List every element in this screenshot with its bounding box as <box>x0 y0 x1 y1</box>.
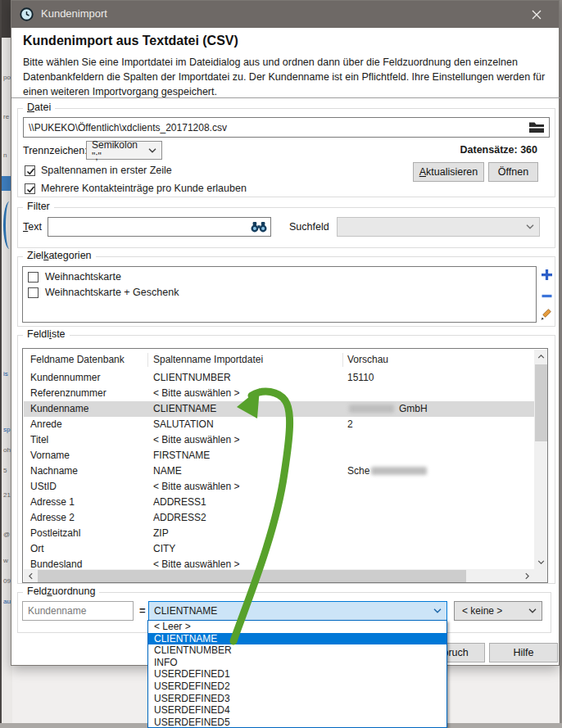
filter-text-label: Text <box>23 221 42 233</box>
column-header-spaltenname: Spaltenname Importdatei <box>153 350 263 369</box>
folder-icon[interactable] <box>528 121 545 133</box>
table-row[interactable]: UStID< Bitte auswählen > <box>24 479 534 495</box>
close-icon <box>532 10 542 20</box>
cell-vorschau: GmbH <box>347 401 428 417</box>
background-window-fragment: 21 <box>3 491 11 499</box>
kundenimport-dialog: Kundenimport Kundenimport aus Textdatei … <box>11 0 560 666</box>
dropdown-option[interactable]: USERDEFINED2 <box>148 681 446 693</box>
cell-spaltenname: < Bitte auswählen > <box>153 557 239 569</box>
column-separator <box>147 353 148 367</box>
category-item[interactable]: Weihnachtskarte <box>23 269 536 285</box>
column-header-vorschau: Vorschau <box>347 350 388 369</box>
checkbox-kontakte[interactable] <box>25 183 35 194</box>
cell-spaltenname: < Bitte auswählen > <box>153 386 239 401</box>
scroll-up-arrow[interactable] <box>534 350 548 364</box>
cell-vorschau: 2 <box>347 417 353 432</box>
table-header: Feldname Datenbank Spaltenname Importdat… <box>24 350 534 369</box>
hilfe-button[interactable]: Hilfe <box>489 643 558 662</box>
table-row[interactable]: PostleitzahlZIP <box>24 526 534 541</box>
cell-spaltenname: SALUTATION <box>153 417 214 432</box>
background-window-fragment: oh <box>3 446 11 454</box>
scroll-right-arrow[interactable] <box>520 569 534 583</box>
cell-feldname: Adresse 1 <box>30 495 75 510</box>
table-row[interactable]: Adresse 2ADDRESS2 <box>24 510 534 526</box>
trennzeichen-combobox[interactable]: Semikolon ";" <box>86 141 162 160</box>
category-checkbox[interactable] <box>28 272 39 283</box>
scrollbar-corner <box>534 569 548 583</box>
cell-vorschau: 15110 <box>347 370 374 386</box>
edit-category-icon[interactable] <box>540 309 552 321</box>
horizontal-scrollbar[interactable] <box>24 569 534 583</box>
background-window-fragment: 09 <box>3 577 11 585</box>
table-row[interactable]: Bundesland< Bitte auswählen > <box>24 557 534 569</box>
group-label-feldzuordnung: Feldzuordnung <box>23 586 99 597</box>
cell-spaltenname: ADDRESS2 <box>153 510 206 526</box>
dropdown-option[interactable]: INFO <box>148 657 446 669</box>
keine-combobox[interactable]: < keine > <box>454 601 542 621</box>
dropdown-option[interactable]: CLIENTNUMBER <box>148 644 446 657</box>
cell-feldname: Postleitzahl <box>30 526 80 541</box>
table-row[interactable]: AnredeSALUTATION2 <box>24 417 534 432</box>
table-row[interactable]: Adresse 1ADDRESS1 <box>24 495 534 510</box>
close-button[interactable] <box>524 7 549 23</box>
vertical-scroll-thumb[interactable] <box>535 364 547 441</box>
horizontal-scroll-thumb[interactable] <box>38 570 466 582</box>
file-path-input[interactable] <box>23 117 550 138</box>
category-checkbox[interactable] <box>28 287 39 298</box>
titlebar[interactable]: Kundenimport <box>11 1 559 28</box>
datensaetze-count: Datensätze: 360 <box>460 144 538 156</box>
suchfeld-combobox[interactable] <box>337 217 540 237</box>
cell-feldname: Referenznummer <box>30 386 107 401</box>
mapping-field-name: Kundenname <box>22 601 134 621</box>
chevron-down-icon <box>148 148 156 153</box>
clock-icon <box>20 7 34 21</box>
cell-feldname: Ort <box>30 541 44 557</box>
dropdown-option[interactable]: CLIENTNAME <box>148 633 446 645</box>
category-label: Weihnachtskarte <box>45 271 121 283</box>
redacted-text <box>349 405 394 413</box>
add-category-icon[interactable] <box>541 269 553 281</box>
vertical-scrollbar[interactable] <box>534 350 548 569</box>
column-separator <box>342 353 343 367</box>
keine-value: < keine > <box>462 605 502 617</box>
check-icon <box>25 166 36 177</box>
dropdown-option[interactable]: USERDEFINED3 <box>148 693 446 705</box>
mapping-column-combobox[interactable]: CLIENTNAME <box>148 601 447 621</box>
scroll-down-arrow[interactable] <box>534 555 548 569</box>
table-row[interactable]: Referenznummer< Bitte auswählen > <box>24 386 534 401</box>
background-window-fragment: re <box>3 113 9 120</box>
chevron-down-icon <box>433 608 442 613</box>
mapping-column-value: CLIENTNAME <box>154 605 217 617</box>
checkbox-spaltennamen[interactable] <box>25 165 35 176</box>
chevron-down-icon <box>526 224 534 229</box>
remove-category-icon[interactable] <box>541 290 553 302</box>
equals-sign: = <box>139 604 146 617</box>
background-window-fragment: w <box>3 557 8 564</box>
table-row[interactable]: KundennameCLIENTNAMEGmbH <box>24 401 534 417</box>
aktualisieren-button[interactable]: Aktualisieren <box>413 162 484 182</box>
checkbox-kontakte-label: Mehrere Kontakteinträge pro Kunde erlaub… <box>41 183 247 194</box>
filter-text-input[interactable] <box>48 217 271 237</box>
scroll-left-arrow[interactable] <box>24 569 38 583</box>
oeffnen-button[interactable]: Öffnen <box>488 162 538 182</box>
mapping-column-dropdown-list: < Leer >CLIENTNAMECLIENTNUMBERINFOUSERDE… <box>147 620 447 728</box>
table-row[interactable]: Titel< Bitte auswählen > <box>24 432 534 448</box>
dropdown-option[interactable]: < Leer > <box>148 621 446 633</box>
cell-feldname: Bundesland <box>30 557 82 569</box>
cell-feldname: Adresse 2 <box>30 510 75 526</box>
table-row[interactable]: NachnameNAMESche <box>24 463 534 479</box>
window-title: Kundenimport <box>41 7 107 20</box>
table-row[interactable]: VornameFIRSTNAME <box>24 448 534 463</box>
dropdown-option[interactable]: USERDEFINED5 <box>148 717 446 728</box>
table-row[interactable]: KundennummerCLIENTNUMBER15110 <box>24 370 534 386</box>
background-window-fragment: po <box>3 74 11 81</box>
cell-feldname: Kundenname <box>30 401 88 417</box>
background-window-fragment: is <box>3 370 8 378</box>
cell-spaltenname: CLIENTNAME <box>153 401 216 417</box>
dropdown-option[interactable]: USERDEFINED1 <box>148 668 446 681</box>
category-item[interactable]: Weihnachtskarte + Geschenk <box>23 285 536 301</box>
page-title: Kundenimport aus Textdatei (CSV) <box>23 34 238 48</box>
binoculars-icon[interactable] <box>250 221 268 233</box>
dropdown-option[interactable]: USERDEFINED4 <box>148 704 446 717</box>
table-row[interactable]: OrtCITY <box>24 541 534 557</box>
